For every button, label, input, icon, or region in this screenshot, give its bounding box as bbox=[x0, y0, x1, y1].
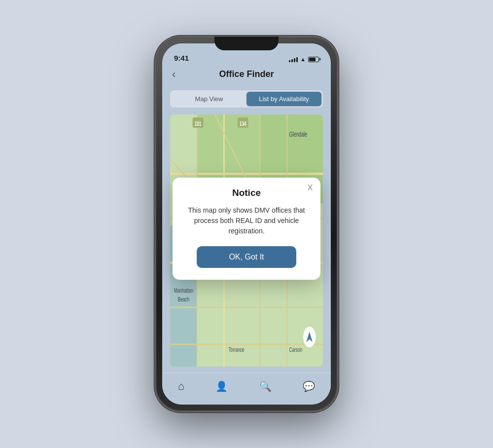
dialog-title: Notice bbox=[184, 187, 309, 198]
tab-home[interactable]: ⌂ bbox=[170, 378, 192, 395]
back-button[interactable]: ‹ bbox=[172, 68, 176, 81]
home-icon: ⌂ bbox=[178, 380, 184, 393]
tab-chat[interactable]: 💬 bbox=[295, 378, 323, 394]
phone-screen: 9:41 ▲ ‹ Office Finder bbox=[162, 43, 331, 405]
battery-icon bbox=[308, 57, 319, 62]
profile-icon: 👤 bbox=[215, 380, 228, 392]
page-title: Office Finder bbox=[219, 69, 274, 79]
ok-got-it-button[interactable]: OK, Got It bbox=[197, 246, 296, 268]
search-icon: 🔍 bbox=[259, 380, 272, 392]
wifi-icon: ▲ bbox=[300, 56, 306, 62]
phone-notch bbox=[214, 37, 279, 50]
signal-bars-icon bbox=[289, 56, 298, 62]
close-button[interactable]: X bbox=[308, 184, 313, 192]
dialog-overlay: X Notice This map only shows DMV offices… bbox=[162, 84, 331, 373]
tab-search[interactable]: 🔍 bbox=[251, 378, 280, 394]
dialog-body: This map only shows DMV offices that pro… bbox=[184, 205, 309, 236]
tab-profile[interactable]: 👤 bbox=[208, 378, 236, 394]
nav-header: ‹ Office Finder bbox=[162, 65, 331, 84]
chat-icon: 💬 bbox=[303, 380, 315, 392]
status-time: 9:41 bbox=[174, 54, 189, 62]
status-icons: ▲ bbox=[289, 56, 319, 62]
phone-mockup: 9:41 ▲ ‹ Office Finder bbox=[155, 37, 338, 411]
notice-dialog: X Notice This map only shows DMV offices… bbox=[173, 178, 321, 280]
main-content: Map View List by Availability bbox=[162, 84, 331, 373]
tab-bar: ⌂ 👤 🔍 💬 bbox=[162, 373, 331, 405]
